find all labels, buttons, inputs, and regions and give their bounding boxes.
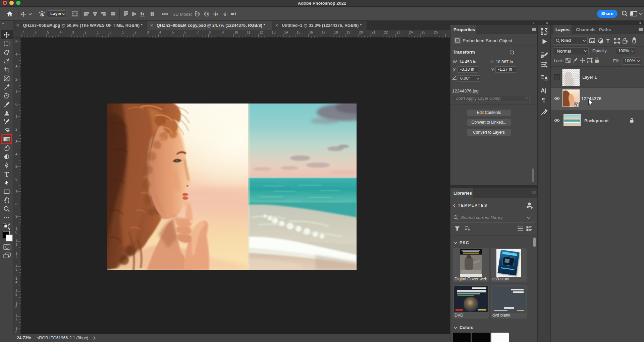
svg-text:3: 3 — [15, 65, 17, 69]
svg-text:1: 1 — [15, 327, 17, 330]
svg-text:2: 2 — [135, 30, 137, 34]
svg-text:9: 9 — [222, 30, 224, 34]
svg-text:14: 14 — [284, 30, 288, 34]
svg-text:1: 1 — [15, 302, 17, 305]
svg-text:1: 1 — [15, 239, 17, 243]
svg-text:12: 12 — [259, 30, 263, 34]
svg-text:8: 8 — [15, 330, 17, 334]
svg-text:1: 1 — [15, 264, 17, 268]
svg-text:2: 2 — [15, 255, 17, 259]
svg-text:4: 4 — [60, 30, 62, 34]
svg-text:20: 20 — [359, 30, 363, 34]
svg-text:6: 6 — [184, 30, 186, 34]
svg-text:1: 1 — [15, 277, 17, 280]
svg-text:19: 19 — [346, 30, 351, 34]
svg-text:4: 4 — [15, 280, 17, 284]
svg-text:1: 1 — [15, 243, 17, 247]
svg-text:0: 0 — [15, 230, 17, 234]
svg-text:7: 7 — [15, 190, 17, 194]
svg-text:1: 1 — [15, 90, 17, 94]
svg-text:3: 3 — [72, 30, 74, 34]
svg-text:2: 2 — [15, 128, 17, 131]
svg-text:8: 8 — [15, 202, 17, 206]
svg-text:8: 8 — [209, 30, 211, 34]
svg-text:1: 1 — [15, 314, 17, 318]
svg-text:26: 26 — [434, 30, 438, 34]
svg-text:11: 11 — [247, 30, 251, 34]
svg-text:2: 2 — [15, 78, 17, 81]
svg-text:5: 5 — [15, 40, 17, 44]
svg-text:0: 0 — [110, 30, 112, 34]
svg-text:25: 25 — [422, 30, 426, 34]
svg-text:4: 4 — [15, 152, 17, 156]
svg-text:5: 5 — [47, 30, 49, 34]
svg-text:22: 22 — [384, 30, 388, 34]
svg-text:1: 1 — [15, 115, 17, 119]
svg-text:9: 9 — [15, 215, 17, 218]
svg-text:0: 0 — [15, 102, 17, 106]
svg-text:5: 5 — [15, 293, 17, 296]
svg-text:5: 5 — [15, 165, 17, 168]
svg-text:1: 1 — [122, 30, 124, 34]
svg-text:1: 1 — [15, 252, 17, 256]
svg-text:24: 24 — [409, 30, 413, 34]
svg-text:1: 1 — [97, 30, 99, 34]
svg-text:3: 3 — [15, 268, 17, 271]
svg-text:10: 10 — [234, 30, 238, 34]
svg-text:23: 23 — [396, 30, 400, 34]
svg-text:1: 1 — [15, 289, 17, 293]
svg-text:17: 17 — [322, 30, 326, 34]
svg-text:3: 3 — [147, 30, 149, 34]
svg-text:2: 2 — [85, 30, 87, 34]
svg-text:3: 3 — [15, 140, 17, 144]
svg-text:1: 1 — [15, 227, 17, 230]
svg-text:15: 15 — [297, 30, 301, 34]
svg-text:4: 4 — [159, 30, 161, 34]
svg-text:6: 6 — [15, 178, 17, 181]
svg-text:5: 5 — [172, 30, 174, 34]
svg-text:7: 7 — [197, 30, 199, 34]
svg-text:13: 13 — [272, 30, 276, 34]
svg-text:6: 6 — [35, 30, 37, 34]
svg-text:4: 4 — [15, 53, 17, 56]
svg-text:16: 16 — [309, 30, 313, 34]
svg-text:7: 7 — [15, 318, 17, 321]
svg-text:18: 18 — [334, 30, 338, 34]
svg-text:21: 21 — [372, 30, 376, 34]
svg-text:7: 7 — [22, 30, 24, 34]
svg-text:6: 6 — [15, 305, 17, 309]
